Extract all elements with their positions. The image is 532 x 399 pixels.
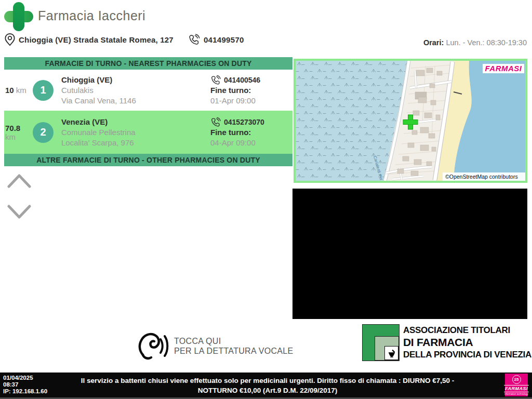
end-of-duty-label: Fine turno: (210, 127, 292, 138)
phone-icon (210, 117, 221, 127)
opening-hours: Orari: Lun. - Ven.: 08:30-19:30 (423, 38, 527, 47)
system-status: 01/04/2025 08:37 IP: 192.168.1.60 (0, 373, 78, 397)
distance-value: 10 km (4, 86, 33, 95)
other-pharmacies-banner: ALTRE FARMACIE DI TURNO - OTHER PHARMACI… (4, 154, 292, 166)
pharmacy-name: Comunale Pellestrina (61, 127, 210, 138)
association-logo-icon (362, 324, 400, 361)
rank-badge: 1 (33, 80, 54, 101)
farmasi-brand-name: FARMASI (504, 385, 529, 392)
voice-dictation-label: TOCCA QUI PER LA DETTATURA VOCALE (174, 336, 293, 356)
map-brand-logo: FARMASI (485, 64, 522, 73)
ip-address: IP: 192.168.1.60 (3, 388, 78, 395)
pharmacy-map[interactable]: Canale di Pel FARMASI ©OpenStreetMap con… (294, 59, 527, 183)
end-of-duty-time: 04-Apr 09:00 (210, 138, 292, 148)
end-of-duty-time: 01-Apr 09:00 (210, 96, 292, 106)
pharmacy-details: Chioggia (VE) Cutulakis Via Canal Vena, … (61, 75, 210, 106)
pharmacy-address: Chioggia (VE) Strada Statale Romea, 127 (19, 35, 174, 44)
voice-dictation-button[interactable]: TOCCA QUI PER LA DETTATURA VOCALE (138, 331, 293, 361)
association-logo-block: ASSOCIAZIONE TITOLARI DI FARMACIA DELLA … (362, 324, 531, 361)
ear-listening-icon (138, 331, 170, 361)
pharmacy-city: Venezia (VE) (61, 117, 210, 127)
current-date: 01/04/2025 (3, 375, 78, 381)
duty-phone: 041400546 (224, 75, 260, 85)
chevron-down-icon (9, 206, 30, 217)
rank-badge: 2 (33, 122, 54, 143)
current-time: 08:37 (3, 381, 78, 388)
location-pin-icon (4, 32, 16, 47)
phone-icon (188, 33, 201, 46)
address-row: Chioggia (VE) Strada Statale Romea, 127 … (4, 32, 244, 47)
duty-pharmacy-row-1: 10 km 1 Chioggia (VE) Cutulakis Via Cana… (4, 70, 292, 111)
duty-phone: 0415273070 (224, 117, 264, 127)
opening-hours-label: Orari: (423, 38, 444, 47)
anniversary-badge: 25 (512, 375, 521, 384)
map-attribution: ©OpenStreetMap contributors (445, 174, 518, 180)
video-player (292, 189, 527, 319)
scroll-down-button[interactable] (7, 205, 31, 220)
kiosk-screen: Farmacia Iaccheri Chioggia (VE) Strada S… (0, 0, 532, 399)
duty-pharmacy-row-2: 70.8 km 2 Venezia (VE) Comunale Pellestr… (4, 111, 292, 154)
association-name: ASSOCIAZIONE TITOLARI DI FARMACIA DELLA … (403, 325, 531, 361)
pharmacy-details: Venezia (VE) Comunale Pellestrina Locali… (61, 117, 210, 148)
scroll-up-button[interactable] (7, 172, 31, 188)
chevron-up-icon (9, 176, 30, 187)
status-footer: 01/04/2025 08:37 IP: 192.168.1.60 Il ser… (0, 373, 532, 399)
farmasi-logo-icon: 25 FARMASI information technology (505, 374, 528, 396)
duty-contact-details: 041400546 Fine turno: 01-Apr 09:00 (210, 75, 292, 106)
pharmacy-phone: 041499570 (204, 35, 244, 44)
duty-contact-details: 0415273070 Fine turno: 04-Apr 09:00 (210, 117, 292, 148)
farmasi-brand-subtitle: information technology (504, 393, 528, 395)
nearest-pharmacies-banner: FARMACIE DI TURNO - NEAREST PHARMACIES O… (4, 57, 292, 70)
pharmacy-city: Chioggia (VE) (61, 75, 210, 85)
end-of-duty-label: Fine turno: (210, 85, 292, 96)
phone-icon (210, 75, 221, 85)
pharmacy-name: Cutulakis (61, 85, 210, 96)
pharmacy-street: Localita' Scarpa, 976 (61, 138, 210, 148)
page-title: Farmacia Iaccheri (38, 8, 145, 23)
pharmacy-cross-icon (4, 2, 33, 31)
service-notice: Il servizio a battenti chiusi viene effe… (78, 373, 457, 397)
distance-value: 70.8 km (4, 124, 33, 141)
mortar-pestle-icon (387, 349, 396, 358)
footer-brand-area: 25 FARMASI information technology (457, 373, 532, 397)
duty-pharmacies-panel: FARMACIE DI TURNO - NEAREST PHARMACIES O… (4, 57, 292, 166)
opening-hours-value: Lun. - Ven.: 08:30-19:30 (444, 38, 527, 47)
pharmacy-street: Via Canal Vena, 1146 (61, 96, 210, 106)
